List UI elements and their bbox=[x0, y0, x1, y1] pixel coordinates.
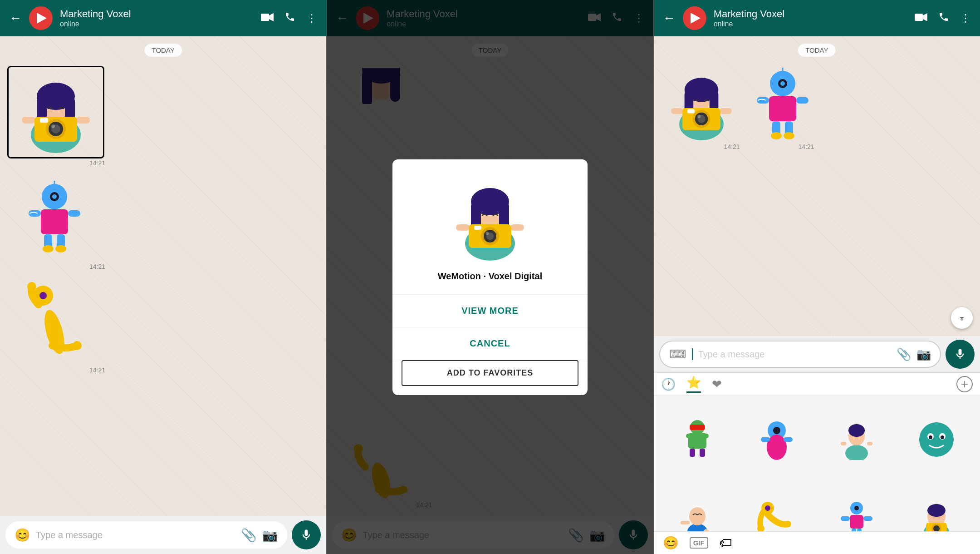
grid-sticker-1[interactable] bbox=[659, 401, 735, 478]
svg-rect-21 bbox=[68, 210, 80, 217]
right-camera-icon[interactable]: 📷 bbox=[916, 347, 931, 361]
right-sticker-camera-time: 14:21 bbox=[724, 143, 742, 150]
svg-point-98 bbox=[929, 435, 932, 439]
right-sticker-camera[interactable]: 14:21 bbox=[661, 66, 742, 150]
avatar bbox=[29, 6, 53, 30]
svg-rect-40 bbox=[456, 224, 470, 231]
scroll-down-button[interactable] bbox=[951, 307, 973, 329]
svg-point-13 bbox=[51, 124, 55, 128]
favorites-tab[interactable]: ❤ bbox=[712, 377, 722, 391]
header-info: Marketing Voxel online bbox=[60, 8, 254, 28]
grid-sticker-6[interactable] bbox=[739, 481, 815, 531]
dialog-overlay[interactable]: WeMotion · Voxel Digital VIEW MORE CANCE… bbox=[327, 0, 653, 554]
more-options-icon[interactable]: ⋮ bbox=[306, 12, 317, 25]
left-input-row: 😊 Type a message 📎 📷 bbox=[0, 516, 326, 554]
svg-rect-107 bbox=[850, 515, 863, 529]
left-panel: ← Marketing Voxel online ⋮ TODAY bbox=[0, 0, 327, 554]
dialog-separator: · bbox=[484, 271, 489, 281]
grid-sticker-3[interactable] bbox=[818, 401, 895, 478]
cancel-button[interactable]: CANCEL bbox=[392, 327, 588, 360]
right-date-badge: TODAY bbox=[798, 44, 835, 57]
starred-tab[interactable]: ⭐ bbox=[686, 376, 701, 393]
gif-tab[interactable]: GIF bbox=[690, 537, 708, 549]
svg-point-92 bbox=[848, 424, 865, 437]
attach-button-left[interactable]: 📎 bbox=[241, 528, 257, 543]
grid-sticker-4[interactable] bbox=[898, 401, 975, 478]
sticker-switch-tab[interactable]: 🏷 bbox=[719, 535, 732, 550]
mic-button-left[interactable] bbox=[292, 520, 321, 549]
right-sticker-row-1: 14:21 bbox=[661, 66, 973, 150]
sticker-image-2 bbox=[9, 174, 100, 260]
right-play-icon bbox=[691, 13, 701, 24]
sticker-bubble-3[interactable]: 14:21 bbox=[7, 276, 107, 374]
svg-point-17 bbox=[52, 194, 57, 199]
dialog-pack-title: WeMotion bbox=[438, 271, 481, 281]
sticker-bottom-tabs: 😊 GIF 🏷 bbox=[654, 531, 980, 554]
right-attach-icon[interactable]: 📎 bbox=[897, 347, 911, 361]
svg-rect-66 bbox=[687, 109, 695, 114]
left-message-placeholder[interactable]: Type a message bbox=[36, 530, 235, 540]
grid-sticker-7[interactable] bbox=[818, 481, 895, 531]
grid-sticker-5[interactable] bbox=[659, 481, 735, 531]
right-sticker-robot-time: 14:21 bbox=[799, 143, 816, 150]
sticker-bubble-2[interactable]: 14:21 bbox=[7, 172, 107, 270]
phone-icon[interactable] bbox=[284, 11, 295, 25]
sticker-image-3 bbox=[9, 277, 100, 364]
left-input-box[interactable]: 😊 Type a message 📎 📷 bbox=[5, 521, 287, 549]
right-header: ← Marketing Voxel online ⋮ bbox=[654, 0, 980, 36]
recent-tab[interactable]: 🕐 bbox=[661, 377, 676, 391]
right-messages: TODAY bbox=[654, 36, 980, 336]
left-messages: TODAY bbox=[0, 36, 326, 516]
right-phone-icon[interactable] bbox=[938, 11, 949, 25]
svg-rect-81 bbox=[686, 434, 693, 438]
right-sticker-robot[interactable]: 14:21 bbox=[749, 66, 816, 150]
svg-rect-52 bbox=[915, 14, 923, 21]
sticker-time-2: 14:21 bbox=[89, 263, 107, 270]
grid-sticker-2[interactable] bbox=[739, 401, 815, 478]
svg-point-95 bbox=[919, 422, 954, 457]
back-button[interactable]: ← bbox=[9, 11, 22, 25]
svg-rect-84 bbox=[700, 449, 705, 457]
emoji-button-left[interactable]: 😊 bbox=[15, 528, 30, 543]
right-panel: ← Marketing Voxel online ⋮ TODAY bbox=[654, 0, 980, 554]
sticker-panel-tabs: 🕐 ⭐ ❤ + bbox=[654, 373, 980, 396]
svg-point-29 bbox=[73, 341, 82, 350]
svg-point-116 bbox=[927, 504, 946, 517]
sticker-grid bbox=[654, 396, 980, 531]
add-to-favorites-button[interactable]: ADD TO FAVORITES bbox=[402, 360, 578, 386]
keyboard-icon[interactable]: ⌨ bbox=[669, 347, 686, 361]
right-video-icon[interactable] bbox=[915, 12, 927, 25]
right-back-button[interactable]: ← bbox=[663, 11, 676, 25]
right-contact-name: Marketing Voxel bbox=[714, 8, 907, 20]
sticker-image-wrap-2 bbox=[7, 172, 102, 262]
sticker-panel: 🕐 ⭐ ❤ + bbox=[654, 372, 980, 554]
contact-name: Marketing Voxel bbox=[60, 8, 254, 20]
right-placeholder[interactable]: Type a message bbox=[698, 349, 891, 360]
svg-rect-93 bbox=[841, 442, 846, 445]
sticker-image-wrap-1 bbox=[7, 66, 104, 158]
sticker-image-wrap-3 bbox=[7, 276, 102, 366]
right-input-box[interactable]: ⌨ Type a message 📎 📷 bbox=[659, 341, 941, 368]
grid-sticker-8[interactable] bbox=[898, 481, 975, 531]
right-mic-btn[interactable] bbox=[946, 340, 975, 369]
svg-rect-41 bbox=[510, 224, 524, 231]
view-more-button[interactable]: VIEW MORE bbox=[392, 295, 588, 327]
right-more-icon[interactable]: ⋮ bbox=[960, 12, 971, 25]
dialog-pack-author: Voxel Digital bbox=[489, 271, 543, 281]
svg-point-24 bbox=[43, 245, 54, 252]
svg-rect-82 bbox=[702, 434, 709, 438]
dialog-pack-name: WeMotion · Voxel Digital bbox=[438, 271, 542, 282]
emoji-switch-tab[interactable]: 😊 bbox=[663, 535, 679, 550]
svg-point-99 bbox=[941, 435, 944, 439]
svg-point-87 bbox=[767, 435, 787, 460]
add-sticker-btn[interactable]: + bbox=[956, 376, 973, 392]
video-call-icon[interactable] bbox=[261, 12, 274, 25]
sticker-bubble-1[interactable]: 14:21 bbox=[7, 66, 107, 167]
svg-rect-73 bbox=[796, 97, 808, 104]
svg-point-109 bbox=[854, 506, 859, 510]
svg-point-101 bbox=[689, 507, 706, 525]
svg-rect-19 bbox=[41, 209, 68, 234]
right-avatar bbox=[683, 6, 706, 30]
camera-button-left[interactable]: 📷 bbox=[262, 528, 278, 543]
middle-panel: ← Marketing Voxel online ⋮ TODAY bbox=[327, 0, 653, 554]
